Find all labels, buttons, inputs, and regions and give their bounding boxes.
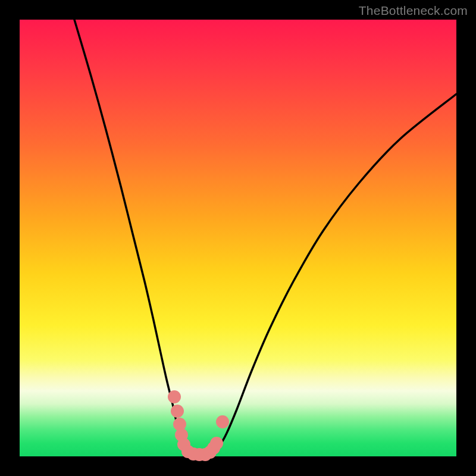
plot-area	[20, 20, 456, 456]
marker-point	[216, 415, 229, 428]
watermark-text: TheBottleneck.com	[359, 4, 468, 18]
chart-frame: TheBottleneck.com	[0, 0, 476, 476]
chart-svg	[20, 20, 456, 456]
series-group	[74, 20, 456, 455]
marker-point	[171, 405, 184, 418]
marker-point	[210, 437, 223, 450]
marker-group	[168, 390, 229, 461]
curve-right-branch	[191, 94, 456, 455]
curve-left-branch	[74, 20, 191, 455]
marker-point	[168, 390, 181, 403]
